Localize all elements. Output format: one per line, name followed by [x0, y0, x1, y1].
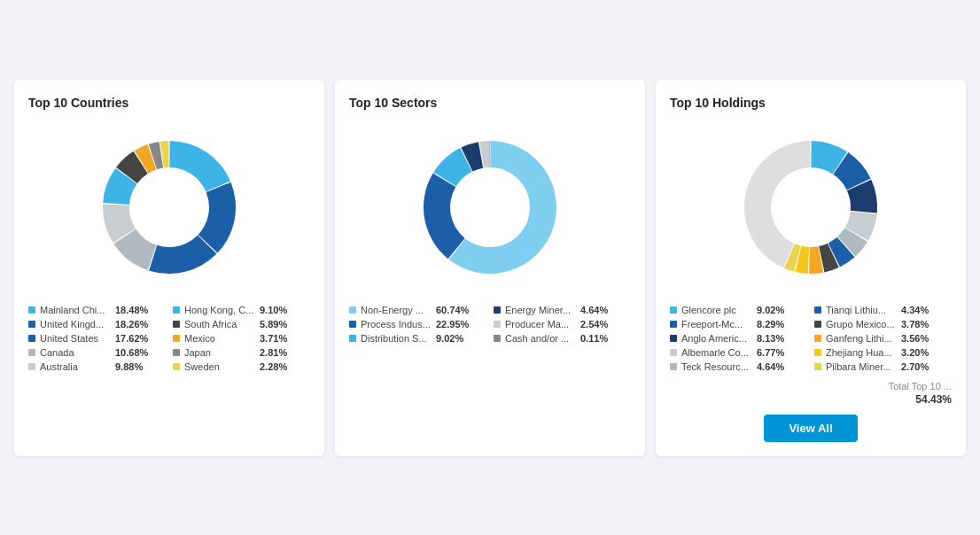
holdings-chart — [670, 119, 952, 299]
legend-label-text: Pilbara Miner... — [826, 361, 897, 372]
legend-color-dot — [349, 335, 356, 342]
legend-color-dot — [28, 349, 35, 356]
legend-color-dot — [173, 321, 180, 328]
view-all-button[interactable]: View All — [764, 415, 857, 442]
legend-color-dot — [494, 321, 501, 328]
legend-label-text: Japan — [184, 347, 255, 358]
legend-pct-value: 2.81% — [260, 347, 287, 358]
total-top10-label: Total Top 10 ... — [889, 381, 952, 392]
card-holdings: Top 10 HoldingsGlencore plc9.02%Tianqi L… — [656, 80, 966, 456]
legend-pct-value: 60.74% — [436, 305, 469, 315]
legend-color-dot — [173, 335, 180, 342]
legend-item: United States17.62% — [28, 333, 166, 344]
card-sectors: Top 10 SectorsNon-Energy ...60.74%Energy… — [335, 80, 645, 456]
legend-pct-value: 18.48% — [115, 305, 148, 315]
legend-item: Zhejiang Hua...3.20% — [814, 347, 952, 358]
legend-pct-value: 9.88% — [115, 361, 143, 372]
card-countries: Top 10 CountriesMainland Chi...18.48%Hon… — [14, 80, 324, 456]
legend-label-text: Teck Resourc... — [681, 361, 752, 372]
countries-title: Top 10 Countries — [28, 96, 310, 110]
legend-color-dot — [28, 321, 35, 328]
legend-color-dot — [814, 306, 821, 314]
legend-item: Glencore plc9.02% — [670, 305, 807, 315]
legend-item: Producer Ma...2.54% — [494, 319, 631, 330]
legend-pct-value: 9.02% — [757, 305, 784, 315]
legend-pct-value: 3.71% — [260, 333, 287, 344]
legend-item: Australia9.88% — [28, 361, 166, 372]
holdings-title: Top 10 Holdings — [670, 96, 952, 110]
legend-label-text: United States — [40, 333, 111, 344]
legend-label-text: Process Indus... — [361, 319, 432, 330]
legend-color-dot — [814, 321, 821, 328]
legend-item: Canada10.68% — [28, 347, 166, 358]
legend-label-text: Ganfeng Lithi... — [826, 333, 897, 344]
legend-pct-value: 10.68% — [115, 347, 148, 358]
legend-item: Ganfeng Lithi...3.56% — [814, 333, 952, 344]
legend-label-text: Mainland Chi... — [40, 305, 111, 315]
total-top10-pct: 54.43% — [915, 393, 952, 406]
legend-label-text: Producer Ma... — [505, 319, 576, 330]
legend-label-text: Zhejiang Hua... — [826, 347, 897, 358]
legend-item: Albemarle Co...6.77% — [670, 347, 807, 358]
legend-color-dot — [28, 306, 35, 314]
countries-legend: Mainland Chi...18.48%Hong Kong, C...9.10… — [28, 305, 310, 372]
legend-pct-value: 18.26% — [115, 319, 148, 330]
legend-label-text: Sweden — [184, 361, 255, 372]
legend-label-text: Grupo Mexico... — [826, 319, 897, 330]
legend-color-dot — [670, 306, 677, 314]
legend-item: Cash and/or ...0.11% — [494, 333, 631, 344]
legend-pct-value: 8.13% — [757, 333, 784, 344]
legend-item: Grupo Mexico...3.78% — [814, 319, 952, 330]
legend-label-text: United Kingd... — [40, 319, 111, 330]
legend-color-dot — [670, 335, 677, 342]
legend-item: United Kingd...18.26% — [28, 319, 166, 330]
legend-pct-value: 22.95% — [436, 319, 469, 330]
legend-pct-value: 9.10% — [260, 305, 287, 315]
legend-label-text: Australia — [40, 361, 111, 372]
legend-label-text: Canada — [40, 347, 111, 358]
legend-item: Teck Resourc...4.64% — [670, 361, 807, 372]
legend-item: Pilbara Miner...2.70% — [814, 361, 952, 372]
legend-pct-value: 4.34% — [901, 305, 929, 315]
legend-item: Hong Kong, C...9.10% — [173, 305, 310, 315]
legend-label-text: Tianqi Lithiu... — [826, 305, 897, 315]
legend-label-text: South Africa — [184, 319, 255, 330]
countries-chart — [28, 119, 310, 299]
sectors-chart — [349, 119, 631, 299]
legend-label-text: Anglo Americ... — [681, 333, 752, 344]
legend-color-dot — [349, 321, 356, 328]
legend-label-text: Cash and/or ... — [505, 333, 576, 344]
legend-item: South Africa5.89% — [173, 319, 310, 330]
legend-color-dot — [173, 349, 180, 356]
legend-pct-value: 3.56% — [901, 333, 929, 344]
legend-color-dot — [814, 363, 821, 370]
legend-item: Japan2.81% — [173, 347, 310, 358]
legend-item: Anglo Americ...8.13% — [670, 333, 807, 344]
legend-pct-value: 4.64% — [757, 361, 784, 372]
legend-pct-value: 9.02% — [436, 333, 463, 344]
legend-pct-value: 5.89% — [260, 319, 287, 330]
legend-label-text: Glencore plc — [681, 305, 752, 315]
legend-label-text: Mexico — [184, 333, 255, 344]
legend-label-text: Distribution S... — [361, 333, 432, 344]
legend-pct-value: 3.78% — [901, 319, 929, 330]
legend-item: Process Indus...22.95% — [349, 319, 486, 330]
view-all-section: Total Top 10 ...54.43%View All — [670, 372, 952, 442]
legend-pct-value: 6.77% — [757, 347, 784, 358]
legend-color-dot — [28, 363, 35, 370]
legend-item: Mexico3.71% — [173, 333, 310, 344]
legend-item: Mainland Chi...18.48% — [28, 305, 166, 315]
sectors-legend: Non-Energy ...60.74%Energy Miner...4.64%… — [349, 305, 631, 344]
legend-color-dot — [349, 306, 356, 314]
legend-pct-value: 2.28% — [260, 361, 287, 372]
legend-pct-value: 2.70% — [901, 361, 929, 372]
legend-color-dot — [173, 306, 180, 314]
legend-item: Non-Energy ...60.74% — [349, 305, 486, 315]
legend-color-dot — [494, 335, 501, 342]
sectors-title: Top 10 Sectors — [349, 96, 631, 110]
legend-pct-value: 17.62% — [115, 333, 148, 344]
legend-item: Tianqi Lithiu...4.34% — [814, 305, 952, 315]
legend-label-text: Freeport-Mc... — [681, 319, 752, 330]
legend-color-dot — [28, 335, 35, 342]
legend-label-text: Hong Kong, C... — [184, 305, 255, 315]
